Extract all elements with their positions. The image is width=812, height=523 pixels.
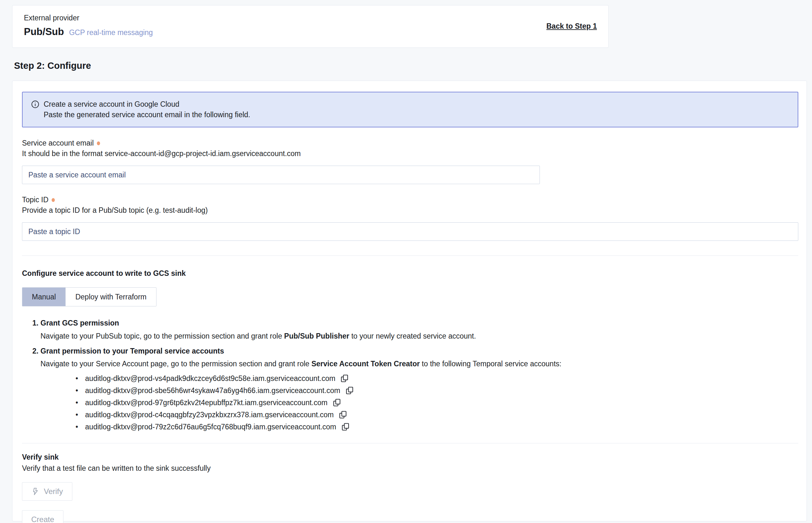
section-divider	[22, 443, 798, 444]
service-account-item: auditlog-dktxv@prod-97gr6tp6zkv2t4epubff…	[75, 397, 798, 409]
manual-step-2: Grant permission to your Temporal servic…	[40, 345, 798, 433]
configure-card: Create a service account in Google Cloud…	[12, 80, 807, 521]
verify-sink-description: Verify that a test file can be written t…	[22, 464, 798, 473]
bolt-icon	[31, 487, 39, 495]
tab-deploy-with-terraform[interactable]: Deploy with Terraform	[65, 288, 156, 306]
page-title: Step 2: Configure	[14, 60, 812, 71]
service-account-email-helper: It should be in the format service-accou…	[22, 149, 798, 158]
required-dot-icon	[97, 141, 100, 145]
service-account-email-text: auditlog-dktxv@prod-97gr6tp6zkv2t4epubff…	[85, 397, 328, 409]
manual-step-1: Grant GCS permission Navigate to your Pu…	[40, 317, 798, 342]
topic-id-helper: Provide a topic ID for a Pub/Sub topic (…	[22, 206, 798, 215]
topic-id-input[interactable]	[22, 222, 798, 241]
copy-icon[interactable]	[332, 398, 342, 408]
info-circle-icon	[31, 100, 39, 109]
info-banner-description: Paste the generated service account emai…	[44, 110, 789, 119]
verify-button-label: Verify	[44, 487, 63, 496]
service-account-email-label: Service account email	[22, 139, 94, 147]
service-account-email-input[interactable]	[22, 166, 540, 184]
service-account-item: auditlog-dktxv@prod-c4cqaqgbfzy23vpzkbxz…	[75, 409, 798, 421]
verify-button[interactable]: Verify	[22, 482, 72, 501]
create-button-label: Create	[31, 515, 54, 523]
info-banner: Create a service account in Google Cloud…	[22, 92, 798, 127]
configure-section-heading: Configure service account to write to GC…	[22, 269, 798, 278]
copy-icon[interactable]	[340, 374, 349, 383]
copy-icon[interactable]	[341, 422, 350, 432]
section-divider	[22, 255, 798, 256]
tab-manual[interactable]: Manual	[22, 288, 65, 306]
topic-id-field-group: Topic ID Provide a topic ID for a Pub/Su…	[22, 196, 798, 241]
create-button[interactable]: Create	[22, 510, 64, 523]
service-accounts-list: auditlog-dktxv@prod-vs4padk9dkczcey6d6st…	[40, 372, 798, 433]
service-account-item: auditlog-dktxv@prod-sbe56h6wr4sykaw47a6y…	[75, 384, 798, 397]
verify-sink-heading: Verify sink	[22, 453, 798, 462]
required-dot-icon	[52, 198, 55, 202]
configure-tabs: Manual Deploy with Terraform	[22, 287, 157, 306]
step-1-description: Navigate to your PubSub topic, go to the…	[40, 330, 798, 342]
provider-row: Pub/Sub GCP real-time messaging	[24, 26, 597, 38]
service-account-email-field-group: Service account email It should be in th…	[22, 139, 798, 184]
service-account-item: auditlog-dktxv@prod-vs4padk9dkczcey6d6st…	[75, 372, 798, 384]
service-account-item: auditlog-dktxv@prod-79z2c6d76au6g5fcq768…	[75, 421, 798, 433]
topic-id-label: Topic ID	[22, 196, 49, 204]
step-2-description: Navigate to your Service Account page, g…	[40, 358, 798, 370]
provider-description: GCP real-time messaging	[69, 28, 153, 37]
service-account-email-text: auditlog-dktxv@prod-sbe56h6wr4sykaw47a6y…	[85, 384, 340, 397]
provider-name: Pub/Sub	[24, 26, 64, 38]
step-1-title: Grant GCS permission	[40, 319, 119, 327]
service-account-email-text: auditlog-dktxv@prod-79z2c6d76au6g5fcq768…	[85, 421, 336, 433]
step-2-title: Grant permission to your Temporal servic…	[40, 347, 224, 355]
provider-card-label: External provider	[24, 14, 597, 22]
service-account-email-text: auditlog-dktxv@prod-vs4padk9dkczcey6d6st…	[85, 372, 335, 384]
service-account-email-text: auditlog-dktxv@prod-c4cqaqgbfzy23vpzkbxz…	[85, 409, 334, 421]
info-banner-title: Create a service account in Google Cloud	[44, 100, 179, 109]
provider-card: External provider Pub/Sub GCP real-time …	[12, 5, 609, 48]
manual-steps-list: Grant GCS permission Navigate to your Pu…	[22, 317, 798, 433]
copy-icon[interactable]	[338, 410, 348, 419]
copy-icon[interactable]	[345, 386, 354, 395]
back-to-step-1-link[interactable]: Back to Step 1	[547, 22, 597, 31]
